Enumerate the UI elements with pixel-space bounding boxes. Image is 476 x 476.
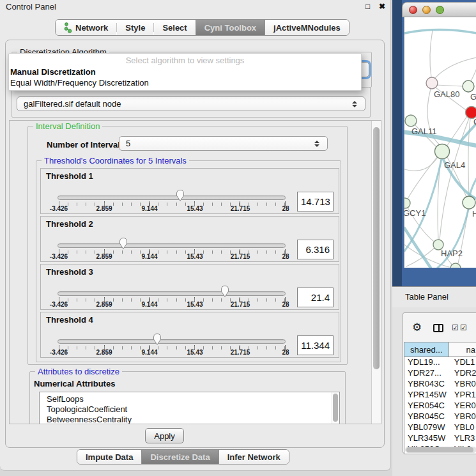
GAL80-node[interactable] [426, 77, 438, 89]
column-header-shared-name[interactable]: shared... [404, 342, 449, 357]
number-of-intervals-combobox[interactable]: 5 [119, 136, 328, 151]
cell-name[interactable]: YDL1 [450, 357, 476, 368]
attribute-list-item[interactable]: TopologicalCoefficient [40, 404, 339, 415]
tab-cyni-toolbox[interactable]: Cyni Toolbox [196, 20, 265, 35]
cell-name[interactable]: YBR0 [450, 379, 476, 390]
panel-title: Control Panel [6, 2, 56, 12]
dropdown-option-equal-width-frequency[interactable]: Equal Width/Frequency Discretization [10, 78, 149, 88]
cell-name[interactable]: YBL0 [450, 422, 476, 433]
cell-shared-name[interactable]: YDR27... [404, 368, 450, 379]
gray-edge [404, 155, 439, 171]
cell-name[interactable]: YBR0 [450, 411, 476, 422]
table-row[interactable]: YBR043CYBR0 [404, 379, 476, 390]
cell-shared-name[interactable]: YDL19... [404, 357, 450, 368]
window-zoom-button[interactable] [436, 6, 444, 14]
tab-infer-network[interactable]: Infer Network [219, 450, 289, 464]
table-row[interactable]: YPR145WYPR1 [404, 390, 476, 401]
table-row[interactable]: YBR045CYBR0 [404, 411, 476, 422]
network-desktop: GAL80GALCGAL11GAL4GCY1HHAP2 [392, 0, 476, 286]
threshold-slider[interactable]: -3.4262.8599.14415.4321.71528 [41, 265, 339, 309]
threshold-value-field[interactable] [297, 288, 334, 307]
number-of-intervals-value: 5 [119, 139, 314, 148]
threshold-value-field[interactable] [297, 240, 334, 259]
cell-name[interactable]: YPR1 [450, 390, 476, 401]
tab-impute-data[interactable]: Impute Data [77, 450, 141, 464]
tab-label: jActiveMNodules [273, 23, 341, 33]
table-row[interactable]: YER054CYER0 [404, 401, 476, 411]
slider-track[interactable] [58, 339, 286, 344]
table-scrollbar-thumb[interactable] [406, 447, 473, 452]
table-row[interactable]: YLR345WYLR3 [404, 433, 476, 444]
cell-shared-name[interactable]: YBL079W [404, 422, 450, 433]
tab-discretize-data[interactable]: Discretize Data [141, 450, 219, 464]
column-header-name[interactable]: na [449, 342, 476, 357]
cell-shared-name[interactable]: YER054C [404, 401, 450, 411]
close-panel-icon[interactable]: ✖ [379, 2, 385, 11]
list-scrollbar-thumb[interactable] [333, 394, 338, 422]
teal-edge [404, 30, 476, 33]
attribute-list-item[interactable]: BetweennessCentrality [40, 415, 339, 424]
slider-track[interactable] [58, 196, 286, 200]
tick-label: 28 [282, 205, 289, 212]
node-attribute-table[interactable]: shared... na YDL19...YDL1YDR27...YDR2YBR… [404, 342, 476, 454]
window-minimize-button[interactable] [422, 6, 431, 14]
table-horizontal-scrollbar[interactable] [405, 447, 476, 453]
table-data-combobox[interactable]: galFiltered.sif default node [17, 96, 365, 111]
tab-select[interactable]: Select [154, 20, 195, 35]
cell-name[interactable]: YLR3 [450, 433, 476, 444]
tick-label: 15.43 [187, 205, 203, 212]
slider-track[interactable] [58, 291, 286, 296]
settings-scrollbar[interactable] [371, 121, 381, 424]
bottom-partial-node[interactable] [450, 263, 461, 268]
cell-name[interactable]: YER0 [450, 401, 476, 411]
table-panel-area: ⚙ ☑ ☑ shared... na YDL19...YDL1YDR27...Y… [392, 307, 476, 476]
threshold-slider[interactable]: -3.4262.8599.14415.4321.71528 [41, 217, 339, 261]
threshold-row: Threshold 1 -3.4262.8599.14415.4321.7152… [40, 168, 339, 214]
threshold-slider[interactable]: -3.4262.8599.14415.4321.71528 [41, 169, 339, 213]
float-window-icon[interactable]: □ [365, 2, 370, 11]
dropdown-option-manual-discretization[interactable]: Manual Discretization [10, 67, 96, 77]
table-row[interactable]: YBL079WYBL0 [404, 422, 476, 433]
table-row[interactable]: YDR27...YDR2 [404, 368, 476, 379]
threshold-slider[interactable]: -3.4262.8599.14415.4321.71528 [41, 312, 339, 357]
numerical-attributes-list[interactable]: SelfLoopsTopologicalCoefficientBetweenne… [39, 392, 340, 424]
slider-track[interactable] [58, 243, 286, 248]
threshold-value-field[interactable] [297, 192, 334, 211]
threshold-value-field[interactable] [297, 335, 334, 355]
tab-jactivemnodules[interactable]: jActiveMNodules [265, 20, 349, 35]
gear-icon[interactable]: ⚙ [412, 321, 422, 334]
cyni-mode-tabs: Impute Data Discretize Data Infer Networ… [77, 449, 289, 464]
slider-thumb[interactable] [152, 332, 162, 346]
cell-shared-name[interactable]: YBR045C [404, 411, 450, 422]
checkbox-icon[interactable]: ☑ [460, 323, 467, 332]
network-view-canvas[interactable]: GAL80GALCGAL11GAL4GCY1HHAP2 [404, 17, 476, 268]
cell-shared-name[interactable]: YPR145W [404, 390, 450, 401]
slider-thumb[interactable] [220, 284, 230, 298]
network-window-titlebar[interactable] [402, 2, 476, 17]
unlabeled-ne-node[interactable] [463, 81, 474, 92]
cell-shared-name[interactable]: YBR043C [404, 379, 450, 390]
apply-button[interactable]: Apply [145, 428, 184, 443]
H-node[interactable] [463, 196, 475, 209]
tab-network[interactable]: Network [56, 20, 116, 35]
table-row[interactable]: YDL19...YDL1 [404, 357, 476, 368]
attribute-list-item[interactable]: SelfLoops [40, 394, 339, 404]
column-view-icon[interactable] [433, 324, 443, 332]
tab-style[interactable]: Style [117, 20, 153, 35]
node-label: GAL [470, 92, 476, 102]
control-panel-titlebar[interactable]: Control Panel □ ✖ [0, 0, 391, 14]
cell-shared-name[interactable]: YLR345W [404, 433, 450, 444]
GAL4-node[interactable] [435, 144, 450, 159]
checkbox-icon[interactable]: ☑ [452, 323, 459, 332]
slider-thumb[interactable] [118, 236, 128, 250]
settings-scrollbar-thumb[interactable] [373, 127, 380, 369]
GCY1-node[interactable] [404, 198, 410, 208]
slider-thumb[interactable] [175, 188, 185, 202]
tab-label: Select [162, 23, 187, 33]
cell-name[interactable]: YDR2 [450, 368, 476, 379]
table-panel-titlebar[interactable]: Table Panel [392, 286, 476, 307]
tab-label: Cyni Toolbox [204, 23, 256, 33]
GAL11-node[interactable] [405, 115, 417, 127]
list-scrollbar[interactable] [332, 392, 339, 424]
window-close-button[interactable] [409, 6, 417, 14]
